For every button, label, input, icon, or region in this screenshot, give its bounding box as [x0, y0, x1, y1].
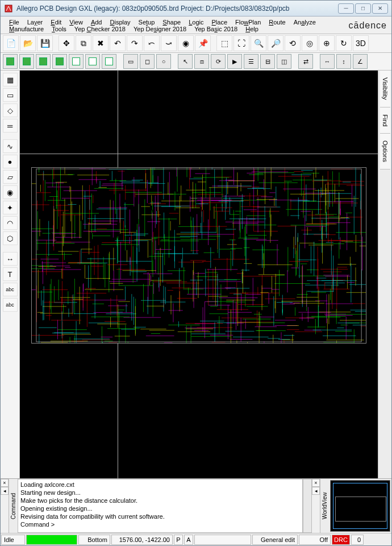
rat-net-button[interactable]: [36, 54, 51, 69]
unrat-comp-button[interactable]: [85, 54, 100, 69]
left-sot-button[interactable]: ◇: [3, 104, 18, 117]
zoom-out-button[interactable]: 🔎: [268, 35, 283, 51]
left-res-button[interactable]: ═: [3, 119, 18, 133]
sub-button[interactable]: ⊟: [260, 54, 275, 69]
left-comp-button[interactable]: ▦: [3, 73, 18, 86]
maximize-button[interactable]: □: [355, 3, 371, 14]
tab-visibility[interactable]: Visibility: [380, 71, 390, 107]
menubar: FileLayerEditViewAddDisplaySetupShapeLog…: [1, 16, 391, 34]
left-ic-button[interactable]: ▭: [3, 88, 18, 102]
status-layer[interactable]: Bottom: [78, 535, 110, 545]
zoom-sel-button[interactable]: ◎: [302, 35, 318, 51]
area-button[interactable]: ◻: [140, 54, 155, 69]
layers-button[interactable]: ☰: [244, 54, 258, 69]
rat-all-button[interactable]: [3, 54, 18, 69]
tab-find[interactable]: Find: [380, 107, 390, 134]
menu-manufacture[interactable]: Manufacture: [5, 24, 48, 34]
tab-options[interactable]: Options: [380, 134, 390, 169]
left-shape-button[interactable]: ▱: [3, 170, 18, 184]
left-poly-button[interactable]: ⬡: [3, 231, 18, 245]
worldview-side-buttons: × ◂: [312, 479, 320, 533]
open-button[interactable]: 📂: [20, 35, 36, 51]
crosshair-horizontal: [20, 154, 378, 154]
delete-button[interactable]: ✖: [93, 35, 109, 51]
undo2-button[interactable]: ⤺: [144, 35, 160, 51]
shadow-button[interactable]: ◫: [277, 54, 291, 69]
rat-off-button[interactable]: [52, 54, 67, 69]
unrat-net-button[interactable]: [102, 54, 116, 69]
status-progress: [26, 535, 77, 545]
go-button[interactable]: ▶: [227, 54, 242, 69]
worldview-board: [335, 497, 386, 522]
unrat-all-button[interactable]: [69, 54, 84, 69]
marker-button[interactable]: ◉: [178, 35, 194, 51]
dim-h-button[interactable]: ↔: [320, 54, 335, 69]
menu-analyze[interactable]: Analyze: [290, 18, 320, 27]
status-a[interactable]: A: [184, 535, 193, 545]
menu-yep-basic-2018[interactable]: Yep Basic 2018: [190, 24, 241, 34]
console-scrollbar[interactable]: [303, 479, 312, 533]
minimize-button[interactable]: ─: [338, 3, 354, 14]
redo2-button[interactable]: ⤻: [161, 35, 177, 51]
left-flash-button[interactable]: ✦: [3, 201, 18, 214]
status-p[interactable]: P: [174, 535, 183, 545]
3d-button[interactable]: 3D: [353, 35, 369, 51]
zoom-window-button[interactable]: ⬚: [216, 35, 232, 51]
zoom-fit-button[interactable]: ⛶: [233, 35, 249, 51]
undo-button[interactable]: ↶: [110, 35, 126, 51]
console-left-icon[interactable]: ◂: [1, 487, 9, 495]
move-button[interactable]: ✥: [59, 35, 74, 51]
menu-yep-designer-2018[interactable]: Yep Designer 2018: [130, 24, 190, 34]
save-button[interactable]: 💾: [37, 35, 53, 51]
zoom-in-button[interactable]: 🔍: [251, 35, 266, 51]
worldview-left-icon[interactable]: ◂: [312, 487, 320, 495]
cursor-button[interactable]: ↖: [178, 54, 193, 69]
menu-tools[interactable]: Tools: [48, 24, 70, 34]
left-arc-button[interactable]: ◠: [3, 216, 18, 230]
status-mode: Idle: [1, 535, 25, 545]
window-buttons: ─ □ ✕: [338, 3, 388, 14]
rat-comp-button[interactable]: [19, 54, 34, 69]
menu-yep-checker-2018[interactable]: Yep Checker 2018: [70, 24, 130, 34]
menu-route[interactable]: Route: [265, 18, 289, 27]
status-grid[interactable]: Off: [299, 535, 331, 545]
status-drc[interactable]: DRC: [332, 535, 350, 545]
worldview-canvas[interactable]: [330, 480, 390, 532]
worldview-label: WorldView: [320, 479, 329, 533]
left-pad-button[interactable]: ◉: [3, 185, 18, 199]
left-abc-button[interactable]: abc: [3, 283, 18, 296]
group-button[interactable]: ⧈: [194, 54, 209, 69]
status-coords: 1576.00, -1422.00: [111, 535, 173, 545]
worldview-panel: × ◂ WorldView: [312, 479, 391, 533]
left-abc2-button[interactable]: abc: [3, 298, 18, 312]
design-canvas[interactable]: [20, 71, 378, 478]
console-text[interactable]: Loading axlcore.cxtStarting new design..…: [18, 479, 303, 533]
left-trace-button[interactable]: ∿: [3, 139, 18, 153]
brand-logo: cādence: [349, 20, 387, 31]
sel-button[interactable]: ▭: [123, 54, 138, 69]
copy-button[interactable]: ⧉: [76, 35, 91, 51]
pin-button[interactable]: 📌: [195, 35, 211, 51]
left-text-button[interactable]: T: [3, 267, 18, 281]
close-button[interactable]: ✕: [372, 3, 388, 14]
dim-v-button[interactable]: ↕: [336, 54, 351, 69]
left-toolbar: ▦▭◇═∿●▱◉✦◠⬡↔Tabcabc: [1, 71, 20, 478]
canvas-area: [20, 71, 378, 478]
menu-help[interactable]: Help: [241, 24, 262, 34]
redo-button[interactable]: ↷: [127, 35, 143, 51]
refresh-button[interactable]: ↻: [336, 35, 352, 51]
new-button[interactable]: 📄: [3, 35, 19, 51]
circle-button[interactable]: ○: [156, 54, 171, 69]
statusbar: Idle Bottom 1576.00, -1422.00 P A Genera…: [1, 533, 391, 545]
left-via-button[interactable]: ●: [3, 155, 18, 168]
worldview-close-icon[interactable]: ×: [312, 479, 320, 487]
status-app-mode[interactable]: General edit: [252, 535, 298, 545]
status-spacer: [194, 535, 251, 545]
dim-ang-button[interactable]: ∠: [353, 54, 368, 69]
repeat-button[interactable]: ⟳: [211, 54, 226, 69]
zoom-center-button[interactable]: ⊕: [319, 35, 335, 51]
left-dim-button[interactable]: ↔: [3, 252, 18, 266]
console-close-icon[interactable]: ×: [1, 479, 9, 487]
swap-button[interactable]: ⇄: [298, 54, 313, 69]
zoom-prev-button[interactable]: ⟲: [285, 35, 301, 51]
